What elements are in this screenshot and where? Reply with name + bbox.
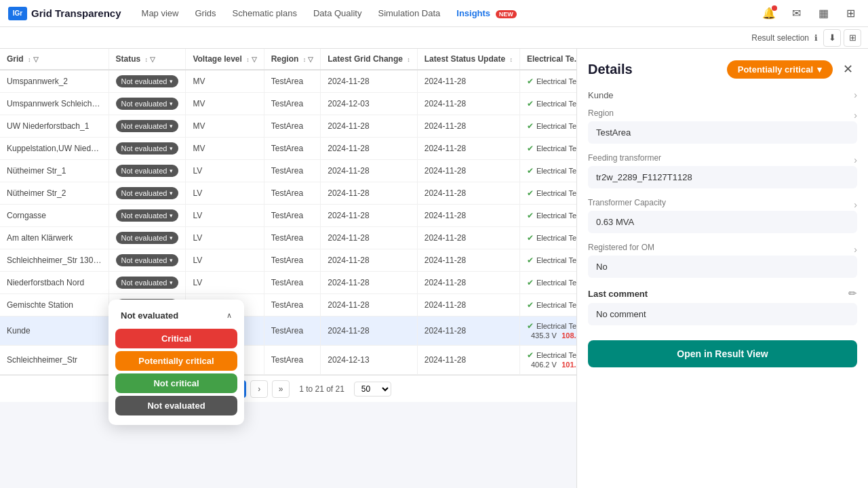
- cell-status-update: 2024-11-28: [417, 294, 519, 317]
- cell-status-update: 2024-11-28: [417, 70, 519, 93]
- app-logo[interactable]: IGr Grid Transparency: [8, 7, 121, 20]
- cell-voltage: LV: [186, 227, 264, 249]
- page-next-btn[interactable]: ›: [250, 380, 268, 398]
- page-last-btn[interactable]: »: [272, 380, 290, 398]
- export-table-icon[interactable]: ⊞: [844, 29, 861, 47]
- capacity-chevron-icon[interactable]: ›: [854, 199, 857, 210]
- nav-grids[interactable]: Grids: [188, 5, 222, 21]
- registered-section: Registered for OM › No: [588, 243, 857, 278]
- nav-links: Map view Grids Schematic plans Data Qual…: [135, 5, 524, 21]
- top-navigation: IGr Grid Transparency Map view Grids Sch…: [0, 0, 868, 27]
- grid-table-area: Grid ↕▽ Status ↕▽ Voltage level ↕▽ Regio…: [0, 49, 576, 488]
- capacity-label: Transformer Capacity: [588, 198, 666, 207]
- table-row: UW Niederforstbach_1 Not evaluated ▾ MV …: [0, 115, 576, 138]
- col-elec-check[interactable]: Electrical Te... ↕: [519, 49, 576, 70]
- nav-map-view[interactable]: Map view: [135, 5, 186, 21]
- col-grid-change[interactable]: Latest Grid Change ↕: [321, 49, 418, 70]
- notifications-button[interactable]: 🔔: [760, 4, 778, 23]
- cell-elec-check: ✔ Electrical Testing Check: [519, 249, 576, 272]
- cell-grid-change: 2024-11-28: [321, 70, 418, 93]
- cell-voltage: MV: [186, 138, 264, 160]
- table-view-button[interactable]: ▦: [814, 4, 833, 23]
- col-status[interactable]: Status ↕▽: [108, 49, 186, 70]
- cell-elec-check: ✔ Electrical Testing Check: [519, 294, 576, 317]
- cell-status-update: 2024-11-28: [417, 115, 519, 138]
- insights-badge: NEW: [496, 10, 517, 18]
- cell-grid-change: 2024-11-28: [321, 160, 418, 182]
- registered-chevron-icon[interactable]: ›: [854, 244, 857, 255]
- status-badge[interactable]: Not evaluated ▾: [116, 75, 179, 87]
- dropdown-not-critical-option[interactable]: Not critical: [115, 373, 237, 393]
- details-close-button[interactable]: ✕: [838, 60, 857, 79]
- cell-elec-check: ✔ Electrical Testing Check: [519, 138, 576, 160]
- messages-button[interactable]: ✉: [787, 4, 806, 23]
- status-badge[interactable]: Not evaluated ▾: [116, 232, 179, 244]
- cell-voltage: LV: [186, 160, 264, 182]
- table-row: Umspannwerk_2 Not evaluated ▾ MV TestAre…: [0, 70, 576, 93]
- kunde-chevron-icon[interactable]: ›: [854, 89, 857, 100]
- region-chevron-icon[interactable]: ›: [854, 110, 857, 121]
- cell-voltage: LV: [186, 249, 264, 272]
- cell-voltage: LV: [186, 272, 264, 294]
- cell-grid: Nütheimer Str_2: [0, 182, 108, 205]
- cell-status: Not evaluated ▾: [108, 160, 186, 182]
- feeding-chevron-icon[interactable]: ›: [854, 155, 857, 165]
- status-badge[interactable]: Not evaluated ▾: [116, 142, 179, 155]
- status-badge[interactable]: Not evaluated ▾: [116, 98, 179, 110]
- col-voltage[interactable]: Voltage level ↕▽: [186, 49, 264, 70]
- status-badge[interactable]: Not evaluated ▾: [116, 120, 179, 132]
- cell-elec-check: ✔ Electrical Testing Check: [519, 182, 576, 205]
- cell-status-update: 2024-11-28: [417, 160, 519, 182]
- dropdown-not-evaluated-option[interactable]: Not evaluated: [115, 396, 237, 415]
- grid-table: Grid ↕▽ Status ↕▽ Voltage level ↕▽ Regio…: [0, 49, 576, 375]
- nav-data-quality[interactable]: Data Quality: [307, 5, 369, 21]
- dropdown-potentially-critical-option[interactable]: Potentially critical: [115, 351, 237, 371]
- cell-status: Not evaluated ▾: [108, 227, 186, 249]
- download-icon[interactable]: ⬇: [823, 29, 841, 47]
- table-row: Umspannwerk Schleichheim_1,Umspannwerk S…: [0, 93, 576, 115]
- table-row: Niederforstbach Nord Not evaluated ▾ LV …: [0, 272, 576, 294]
- nav-insights[interactable]: Insights NEW: [450, 5, 523, 21]
- details-title: Details: [588, 62, 633, 77]
- dropdown-chevron-icon[interactable]: ∧: [226, 311, 232, 320]
- page-info: 1 to 21 of 21: [299, 384, 344, 394]
- dropdown-critical-option[interactable]: Critical: [115, 329, 237, 348]
- status-badge[interactable]: Not evaluated ▾: [116, 277, 179, 289]
- cell-status: Not evaluated ▾: [108, 70, 186, 93]
- nav-simulation-data[interactable]: Simulation Data: [371, 5, 447, 21]
- cell-elec-check: ✔ Electrical Testing Check 435.3 V 108.8…: [519, 317, 576, 346]
- cell-grid-change: 2024-11-28: [321, 294, 418, 317]
- details-status-button[interactable]: Potentially critical ▾: [727, 60, 833, 79]
- cell-grid-change: 2024-11-28: [321, 182, 418, 205]
- status-dropdown: Not evaluated ∧ Critical Potentially cri…: [108, 300, 244, 425]
- cell-voltage: MV: [186, 70, 264, 93]
- cell-grid-change: 2024-11-28: [321, 249, 418, 272]
- edit-comment-icon[interactable]: ✏: [848, 287, 857, 300]
- cell-region: TestArea: [264, 317, 321, 346]
- nav-schematic-plans[interactable]: Schematic plans: [226, 5, 304, 21]
- registered-label: Registered for OM: [588, 243, 654, 252]
- cell-status: Not evaluated ▾: [108, 138, 186, 160]
- col-status-update[interactable]: Latest Status Update ↕: [417, 49, 519, 70]
- open-result-view-button[interactable]: Open in Result View: [588, 340, 857, 367]
- cell-region: TestArea: [264, 115, 321, 138]
- col-grid[interactable]: Grid ↕▽: [0, 49, 108, 70]
- comment-value: No comment: [588, 303, 857, 325]
- cell-grid: Am alten Klärwerk: [0, 227, 108, 249]
- grid-view-button[interactable]: ⊞: [841, 4, 860, 23]
- cell-grid: Umspannwerk_2: [0, 70, 108, 93]
- cell-grid: Niederforstbach Nord: [0, 272, 108, 294]
- cell-voltage: MV: [186, 93, 264, 115]
- status-badge[interactable]: Not evaluated ▾: [116, 165, 179, 177]
- kunde-label: Kunde: [588, 90, 614, 100]
- status-badge[interactable]: Not evaluated ▾: [116, 187, 179, 199]
- page-size-select[interactable]: 10 25 50 100: [354, 382, 391, 396]
- status-badge[interactable]: Not evaluated ▾: [116, 254, 179, 266]
- capacity-section: Transformer Capacity › 0.63 MVA: [588, 198, 857, 233]
- pagination-bar: « ‹ 1 › » 1 to 21 of 21 10 25 50 100: [0, 375, 576, 402]
- status-badge[interactable]: Not evaluated ▾: [116, 209, 179, 222]
- col-region[interactable]: Region ↕▽: [264, 49, 321, 70]
- details-panel: Details Potentially critical ▾ ✕ Kunde ›…: [576, 49, 868, 488]
- main-content: Grid ↕▽ Status ↕▽ Voltage level ↕▽ Regio…: [0, 49, 868, 488]
- cell-status: Not evaluated ▾: [108, 93, 186, 115]
